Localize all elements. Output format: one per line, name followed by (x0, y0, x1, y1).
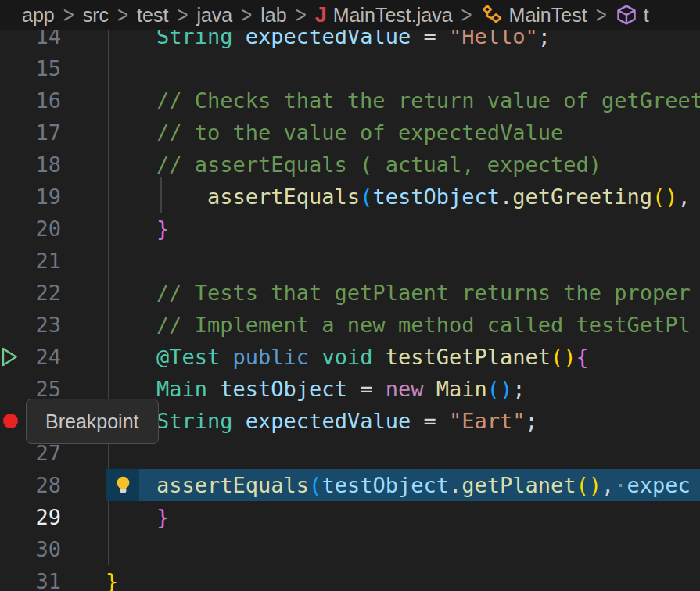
code-text[interactable]: } (106, 213, 169, 245)
code-token: "Hello" (449, 30, 538, 48)
code-editor[interactable]: 14 String expectedValue = "Hello";1516 /… (0, 30, 700, 591)
code-token: testGetPlanet (386, 345, 551, 369)
chevron-right-icon: > (63, 2, 74, 29)
code-line-21[interactable]: 21 (0, 245, 700, 277)
line-number[interactable]: 22 (0, 277, 61, 309)
code-token (233, 30, 246, 48)
code-token: ; (538, 30, 551, 48)
code-token (309, 345, 321, 369)
code-token: ( (360, 184, 372, 209)
code-token (372, 345, 385, 369)
breadcrumb-label: MainTest (509, 4, 587, 27)
code-token (106, 30, 156, 48)
code-text[interactable]: // assertEquals ( actual, expected) (106, 149, 601, 181)
code-line-29[interactable]: 29 } (0, 501, 700, 533)
code-line-16[interactable]: 16 // Checks that the return value of ge… (0, 84, 700, 116)
breadcrumb-item-lab[interactable]: lab (260, 4, 286, 27)
code-line-31[interactable]: 31} (0, 565, 700, 591)
line-number[interactable]: 19 (0, 181, 61, 213)
code-line-15[interactable]: 15 (0, 52, 700, 84)
code-text[interactable]: // Tests that getPlaent returns the prop… (106, 277, 691, 309)
code-text[interactable]: // to the value of expectedValue (106, 116, 563, 149)
class-icon (481, 4, 503, 26)
code-text[interactable]: Main testObject = new Main(); (106, 373, 526, 405)
line-number[interactable]: 14 (0, 30, 61, 52)
code-token (106, 88, 156, 113)
code-token (220, 345, 232, 369)
code-text[interactable]: String expectedValue = "Hello"; (106, 30, 551, 52)
breakpoint-tooltip: Breakpoint (26, 399, 159, 444)
breadcrumb-label: MainTest.java (333, 4, 453, 27)
line-number[interactable]: 30 (0, 533, 61, 565)
code-token (106, 281, 156, 305)
line-number[interactable]: 29 (0, 501, 61, 533)
breadcrumb-item-maintest-java[interactable]: JMainTest.java (315, 4, 453, 27)
code-token (106, 473, 156, 497)
code-token (207, 377, 220, 401)
code-text[interactable]: // Implement a new method called testGet… (106, 309, 691, 341)
code-line-17[interactable]: 17 // to the value of expectedValue (0, 116, 700, 149)
code-text[interactable]: } (106, 565, 118, 591)
code-text[interactable]: assertEquals(testObject.getPlanet(),·exp… (106, 469, 691, 501)
code-token (106, 377, 156, 401)
line-number[interactable]: 15 (0, 52, 61, 84)
breadcrumb-label: app (22, 4, 55, 27)
line-number[interactable]: 16 (0, 84, 61, 116)
line-number[interactable]: 28 (0, 469, 61, 501)
code-line-22[interactable]: 22 // Tests that getPlaent returns the p… (0, 277, 700, 309)
code-token: String (156, 30, 233, 48)
chevron-right-icon: > (461, 2, 472, 29)
code-token: ; (526, 409, 538, 433)
breadcrumb-label: java (196, 4, 232, 27)
run-test-icon[interactable] (1, 346, 19, 371)
code-token (233, 409, 246, 433)
code-token: getGreeting (512, 184, 652, 209)
breadcrumb-item-maintest-class[interactable]: MainTest (481, 4, 587, 27)
line-number[interactable]: 17 (0, 116, 61, 149)
line-number[interactable]: 20 (0, 213, 61, 245)
method-cube-icon (616, 4, 637, 26)
code-line-18[interactable]: 18 // assertEquals ( actual, expected) (0, 149, 700, 181)
breadcrumb-item-symbol-t[interactable]: t (616, 4, 649, 27)
code-line-14[interactable]: 14 String expectedValue = "Hello"; (0, 30, 700, 52)
code-token: @Test (156, 345, 220, 369)
code-token: // to the value of expectedValue (156, 120, 563, 145)
breadcrumb-item-app[interactable]: app (22, 4, 55, 27)
code-text[interactable]: } (106, 501, 169, 533)
code-token (106, 345, 156, 369)
code-token: () (487, 377, 513, 401)
code-token: () (576, 473, 602, 497)
code-text[interactable]: String expectedValue = "Eart"; (106, 405, 538, 437)
code-line-20[interactable]: 20 } (0, 213, 700, 245)
chevron-right-icon: > (177, 2, 188, 29)
code-token: expectedValue (246, 30, 411, 48)
code-line-24[interactable]: 24 @Test public void testGetPlanet(){ (0, 341, 700, 373)
code-text[interactable]: // Checks that the return value of getGr… (106, 84, 700, 116)
code-token: } (156, 505, 169, 529)
breadcrumb-label: t (644, 4, 649, 27)
breadcrumb-item-src[interactable]: src (83, 4, 109, 27)
code-token: assertEquals (156, 473, 309, 497)
code-line-30[interactable]: 30 (0, 533, 700, 565)
code-text[interactable]: assertEquals(testObject.getGreeting(), (106, 181, 691, 213)
code-line-19[interactable]: 19 assertEquals(testObject.getGreeting()… (0, 181, 700, 213)
code-token: void (321, 345, 372, 369)
breadcrumb-item-test[interactable]: test (137, 4, 168, 27)
line-number[interactable]: 31 (0, 565, 61, 591)
code-line-28[interactable]: 28 assertEquals(testObject.getPlanet(),·… (0, 469, 700, 501)
line-number[interactable]: 21 (0, 245, 61, 277)
code-token (106, 217, 156, 241)
code-line-23[interactable]: 23 // Implement a new method called test… (0, 309, 700, 341)
line-number[interactable]: 23 (0, 309, 61, 341)
code-token: = (411, 409, 449, 433)
code-token: testObject (372, 184, 500, 209)
line-number[interactable]: 18 (0, 149, 61, 181)
breadcrumb-item-java[interactable]: java (196, 4, 232, 27)
code-token: testObject (220, 377, 347, 401)
breakpoint-icon[interactable] (3, 414, 18, 428)
code-token: = (347, 377, 386, 401)
java-file-icon: J (315, 5, 327, 26)
code-text[interactable]: @Test public void testGetPlanet(){ (106, 341, 589, 373)
code-token: public (233, 345, 310, 369)
breadcrumb-label: src (83, 4, 109, 27)
